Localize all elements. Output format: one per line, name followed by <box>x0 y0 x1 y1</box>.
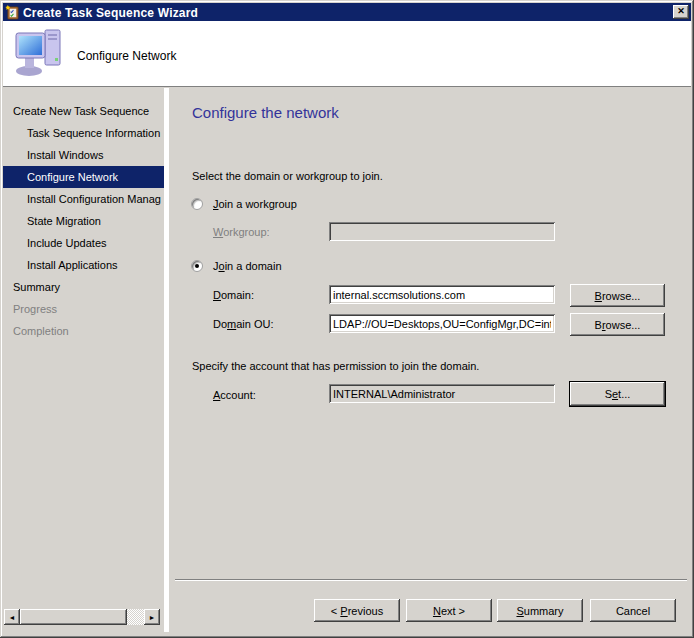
domain-input[interactable] <box>329 285 555 304</box>
domain-label: Domain: <box>213 289 254 301</box>
previous-button[interactable]: < Previous <box>314 599 400 622</box>
sidebar-item-progress: Progress <box>3 298 164 320</box>
workgroup-label: Workgroup: <box>213 226 270 238</box>
wizard-step-list: Create New Task Sequence Task Sequence I… <box>3 88 164 342</box>
computer-icon <box>14 28 66 80</box>
account-input <box>329 384 555 403</box>
join-workgroup-radio[interactable] <box>191 198 203 210</box>
sidebar-item-install-applications: Install Applications <box>3 254 164 276</box>
sidebar-item-install-configuration-manager: Install Configuration Manag <box>3 188 164 210</box>
sidebar-item-include-updates: Include Updates <box>3 232 164 254</box>
scrollbar-thumb[interactable] <box>20 609 127 625</box>
scroll-right-icon: ► <box>149 614 156 621</box>
scrollbar-track[interactable] <box>127 609 144 625</box>
sidebar-item-task-sequence-information: Task Sequence Information <box>3 122 164 144</box>
join-domain-label[interactable]: Join a domain <box>213 260 282 272</box>
window-title: Create Task Sequence Wizard <box>23 5 670 20</box>
wizard-header: Configure Network <box>3 21 691 87</box>
account-label: Account: <box>213 389 256 401</box>
wizard-window: Create Task Sequence Wizard ✕ Con <box>0 0 694 638</box>
sidebar-item-create-new-task-sequence: Create New Task Sequence <box>3 100 164 122</box>
sidebar-horizontal-scrollbar[interactable]: ◄ ► <box>4 609 160 625</box>
domain-ou-browse-button[interactable]: Browse... <box>570 313 665 336</box>
sidebar-item-summary: Summary <box>3 276 164 298</box>
sidebar-item-install-windows: Install Windows <box>3 144 164 166</box>
scroll-right-button[interactable]: ► <box>144 609 160 625</box>
title-bar[interactable]: Create Task Sequence Wizard ✕ <box>3 3 691 21</box>
wizard-page: Configure the network Select the domain … <box>169 88 691 632</box>
sidebar-item-state-migration: State Migration <box>3 210 164 232</box>
summary-button[interactable]: Summary <box>497 599 583 622</box>
close-button[interactable]: ✕ <box>673 5 689 19</box>
workgroup-input <box>329 222 555 241</box>
sidebar-item-configure-network: Configure Network <box>3 166 164 188</box>
domain-ou-label: Domain OU: <box>213 318 274 330</box>
next-button[interactable]: Next > <box>406 599 492 622</box>
set-account-button[interactable]: Set... <box>570 382 665 406</box>
close-icon: ✕ <box>677 7 685 16</box>
header-title: Configure Network <box>77 49 176 63</box>
wizard-steps-sidebar: Create New Task Sequence Task Sequence I… <box>3 88 164 632</box>
select-domain-instruction: Select the domain or workgroup to join. <box>192 170 383 182</box>
footer-separator <box>175 579 687 581</box>
task-sequence-icon <box>5 5 20 20</box>
cancel-button[interactable]: Cancel <box>590 599 676 622</box>
sidebar-item-completion: Completion <box>3 320 164 342</box>
domain-browse-button[interactable]: Browse... <box>570 284 665 307</box>
scroll-left-icon: ◄ <box>9 614 16 621</box>
scroll-left-button[interactable]: ◄ <box>4 609 20 625</box>
join-domain-radio[interactable] <box>191 260 203 272</box>
page-title: Configure the network <box>192 104 339 121</box>
join-workgroup-label[interactable]: Join a workgroup <box>213 198 297 210</box>
domain-ou-input[interactable] <box>329 314 555 333</box>
account-instruction: Specify the account that has permission … <box>192 360 479 372</box>
